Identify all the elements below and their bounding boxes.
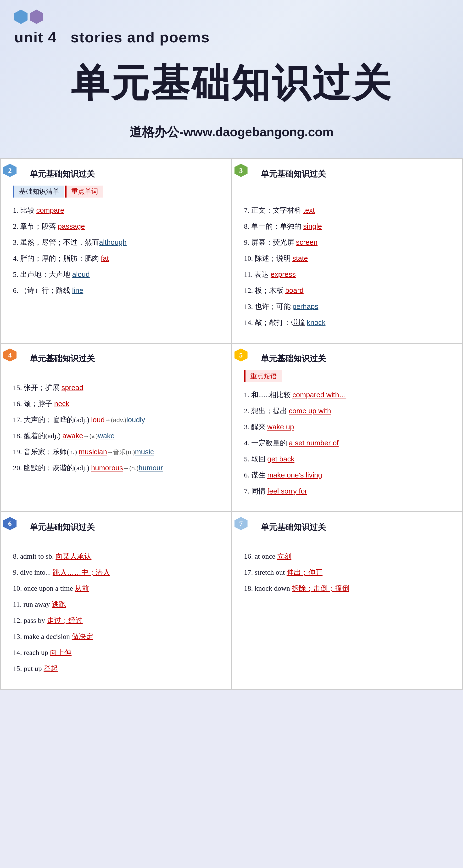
website-subtitle: 道格办公-www.daogebangong.com (14, 124, 449, 141)
list-item: 6. 谋生 make one's living (244, 470, 450, 480)
card-3-title: 单元基础知识过关 (261, 168, 450, 180)
card-2: 2 单元基础知识过关 基础知识清单 重点单词 1. 比较 compare 2. … (1, 159, 231, 343)
card-6-items: 8. admit to sb. 向某人承认 9. dive into... 跳入… (13, 551, 219, 674)
card-2-subsection: 重点单词 (65, 186, 103, 197)
card-2-section-label: 基础知识清单 (13, 186, 64, 197)
list-item: 4. 胖的；厚的；脂肪；肥肉 fat (13, 253, 219, 264)
list-item: 13. make a decision 做决定 (13, 631, 219, 642)
card-7-items: 16. at once 立刻 17. stretch out 伸出；伸开 18.… (244, 551, 450, 594)
card-3-items: 7. 正文；文字材料 text 8. 单一的；单独的 single 9. 屏幕；… (244, 205, 450, 328)
list-item: 18. 醒着的(adj.) awake→(v.)wake (13, 430, 219, 441)
card-number-3: 3 (234, 164, 247, 177)
list-item: 13. 也许；可能 perhaps (244, 301, 450, 312)
list-item: 18. knock down 拆除；击倒；撞倒 (244, 583, 450, 594)
list-item: 16. at once 立刻 (244, 551, 450, 561)
list-item: 3. 醒来 wake up (244, 422, 450, 432)
card-5-title: 单元基础知识过关 (261, 353, 450, 364)
list-item: 9. dive into... 跳入……中；潜入 (13, 567, 219, 578)
list-item: 8. 单一的；单独的 single (244, 221, 450, 231)
card-number-2: 2 (3, 164, 16, 177)
card-5-section-label: 重点短语 (244, 370, 282, 382)
list-item: 20. 幽默的；诙谐的(adj.) humorous→(n.)humour (13, 462, 219, 473)
list-item: 6. （诗）行；路线 line (13, 285, 219, 296)
list-item: 1. 比较 compare (13, 205, 219, 216)
list-item: 2. 章节；段落 passage (13, 221, 219, 231)
list-item: 14. reach up 向上伸 (13, 647, 219, 658)
card-4-items: 15. 张开；扩展 spread 16. 颈；脖子 neck 17. 大声的；喧… (13, 382, 219, 473)
card-number-7: 7 (234, 517, 247, 530)
list-item: 10. once upon a time 从前 (13, 583, 219, 594)
card-7-title: 单元基础知识过关 (261, 522, 450, 533)
hex-icon-blue (14, 9, 28, 24)
card-7: 7 单元基础知识过关 16. at once 立刻 17. stretch ou… (232, 512, 462, 689)
card-number-6: 6 (3, 517, 16, 530)
list-item: 7. 同情 feel sorry for (244, 486, 450, 496)
list-item: 10. 陈述；说明 state (244, 253, 450, 264)
list-item: 4. 一定数量的 a set number of (244, 437, 450, 448)
list-item: 12. 板；木板 board (244, 285, 450, 296)
card-number-4: 4 (3, 348, 16, 362)
list-item: 3. 虽然，尽管；不过，然而although (13, 237, 219, 248)
card-6: 6 单元基础知识过关 8. admit to sb. 向某人承认 9. dive… (1, 512, 231, 689)
list-item: 12. pass by 走过；经过 (13, 615, 219, 626)
card-4-title: 单元基础知识过关 (30, 353, 219, 364)
card-6-title: 单元基础知识过关 (30, 522, 219, 533)
card-number-5: 5 (234, 348, 247, 362)
list-item: 14. 敲；敲打；碰撞 knock (244, 317, 450, 328)
content-grid: 2 单元基础知识过关 基础知识清单 重点单词 1. 比较 compare 2. … (0, 158, 463, 690)
list-item: 19. 音乐家；乐师(n.) musician→音乐(n.)music (13, 446, 219, 457)
list-item: 1. 和......相比较 compared with… (244, 389, 450, 400)
unit-title: unit 4 stories and poems (14, 29, 449, 46)
header-section: unit 4 stories and poems 单元基础知识过关 道格办公-w… (0, 0, 463, 158)
card-5: 5 单元基础知识过关 重点短语 1. 和......相比较 compared w… (232, 344, 462, 511)
list-item: 2. 想出；提出 come up with (244, 405, 450, 416)
list-item: 5. 取回 get back (244, 454, 450, 464)
card-4: 4 单元基础知识过关 15. 张开；扩展 spread 16. 颈；脖子 nec… (1, 344, 231, 511)
list-item: 9. 屏幕；荧光屏 screen (244, 237, 450, 248)
list-item: 8. admit to sb. 向某人承认 (13, 551, 219, 561)
list-item: 11. run away 逃跑 (13, 599, 219, 610)
card-5-items: 1. 和......相比较 compared with… 2. 想出；提出 co… (244, 389, 450, 496)
card-2-items: 1. 比较 compare 2. 章节；段落 passage 3. 虽然，尽管；… (13, 205, 219, 296)
list-item: 5. 出声地；大声地 aloud (13, 269, 219, 280)
list-item: 11. 表达 express (244, 269, 450, 280)
list-item: 17. stretch out 伸出；伸开 (244, 567, 450, 578)
card-2-title: 单元基础知识过关 (30, 168, 219, 180)
list-item: 17. 大声的；喧哗的(adj.) loud→(adv.)loudly (13, 414, 219, 425)
list-item: 7. 正文；文字材料 text (244, 205, 450, 216)
main-title: 单元基础知识过关 (14, 58, 449, 110)
hex-icon-purple (30, 9, 43, 24)
card-3: 3 单元基础知识过关 7. 正文；文字材料 text 8. 单一的；单独的 si… (232, 159, 462, 343)
list-item: 16. 颈；脖子 neck (13, 398, 219, 409)
list-item: 15. 张开；扩展 spread (13, 382, 219, 393)
hex-icon-group (14, 9, 449, 24)
list-item: 15. put up 举起 (13, 663, 219, 674)
